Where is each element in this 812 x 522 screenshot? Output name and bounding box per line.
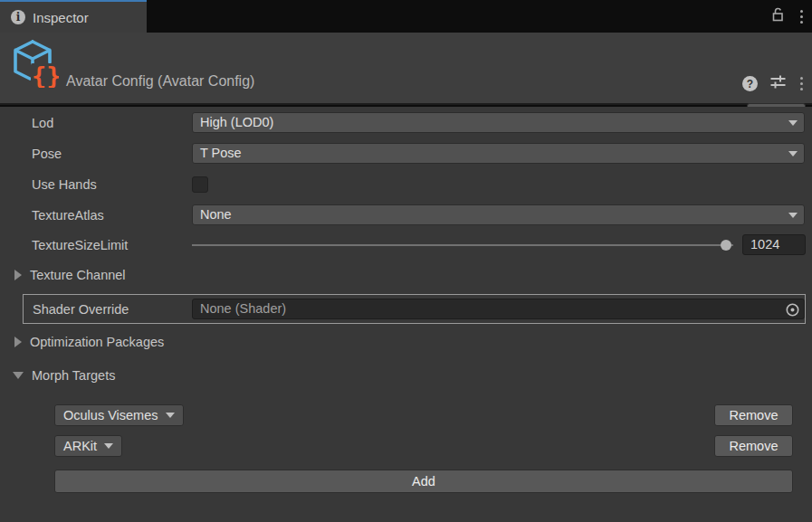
component-menu-kebab-icon[interactable]	[798, 75, 805, 92]
component-title: Avatar Config (Avatar Config)	[66, 73, 254, 90]
shader-override-object-field[interactable]: None (Shader)	[192, 299, 805, 319]
info-icon: i	[11, 10, 25, 24]
texture-channel-label: Texture Channel	[30, 268, 126, 282]
tab-menu-kebab-icon[interactable]	[798, 8, 805, 25]
presets-icon[interactable]	[769, 74, 787, 93]
use-hands-checkbox[interactable]	[192, 176, 208, 193]
morph-target-type-value: Oculus Visemes	[63, 408, 158, 422]
shader-override-row: Shader Override None (Shader)	[23, 294, 806, 324]
svg-text:{}: {}	[32, 62, 59, 88]
chevron-down-icon	[104, 443, 113, 449]
tab-inspector[interactable]: i Inspector	[0, 0, 147, 33]
texture-atlas-dropdown[interactable]: None	[192, 204, 805, 225]
remove-button[interactable]: Remove	[714, 404, 793, 426]
use-hands-label: Use Hands	[32, 175, 97, 195]
slider-handle[interactable]	[721, 240, 731, 251]
chevron-down-icon	[166, 413, 175, 418]
chevron-down-icon	[788, 213, 798, 218]
optimization-packages-label: Optimization Packages	[30, 335, 164, 349]
inspector-window: i Inspector {} Avatar Config (Avatar Con…	[0, 0, 812, 522]
optimization-packages-foldout[interactable]: Optimization Packages	[14, 335, 164, 349]
object-picker-icon[interactable]	[784, 301, 801, 324]
chevron-right-icon	[14, 337, 22, 347]
morph-target-type-dropdown[interactable]: ARKit	[54, 435, 122, 457]
component-header: {} Avatar Config (Avatar Config) ? Open	[0, 33, 812, 105]
morph-target-type-dropdown[interactable]: Oculus Visemes	[54, 404, 184, 426]
lod-value: High (LOD0)	[200, 115, 273, 129]
pose-dropdown[interactable]: T Pose	[192, 143, 805, 164]
texture-atlas-value: None	[200, 207, 232, 222]
texture-size-limit-slider[interactable]	[192, 244, 733, 246]
inspector-body: Lod High (LOD0) Pose T Pose Use Hands Te…	[0, 107, 812, 522]
morph-targets-label: Morph Targets	[32, 368, 115, 383]
lod-dropdown[interactable]: High (LOD0)	[192, 112, 805, 133]
chevron-down-icon	[788, 120, 798, 126]
tab-inspector-label: Inspector	[33, 10, 89, 25]
add-button[interactable]: Add	[54, 470, 793, 493]
shader-override-label: Shader Override	[33, 299, 129, 319]
texture-size-limit-field[interactable]: 1024	[742, 234, 806, 255]
texture-channel-foldout[interactable]: Texture Channel	[14, 268, 126, 282]
unlock-icon[interactable]	[769, 6, 786, 26]
texture-size-limit-label: TextureSizeLimit	[32, 235, 128, 255]
shader-override-value: None (Shader)	[200, 301, 286, 316]
texture-atlas-label: TextureAtlas	[32, 205, 104, 225]
pose-label: Pose	[32, 144, 62, 164]
remove-button[interactable]: Remove	[714, 435, 793, 457]
morph-targets-foldout[interactable]: Morph Targets	[13, 368, 115, 383]
lod-label: Lod	[32, 113, 53, 133]
chevron-down-icon	[788, 151, 798, 157]
avatar-config-script-icon: {}	[8, 37, 59, 88]
chevron-down-icon	[13, 372, 24, 379]
morph-target-type-value: ARKit	[63, 439, 97, 453]
help-icon[interactable]: ?	[742, 76, 758, 91]
pose-value: T Pose	[200, 146, 242, 160]
tab-bar: i Inspector	[0, 0, 812, 33]
chevron-right-icon	[14, 270, 22, 280]
